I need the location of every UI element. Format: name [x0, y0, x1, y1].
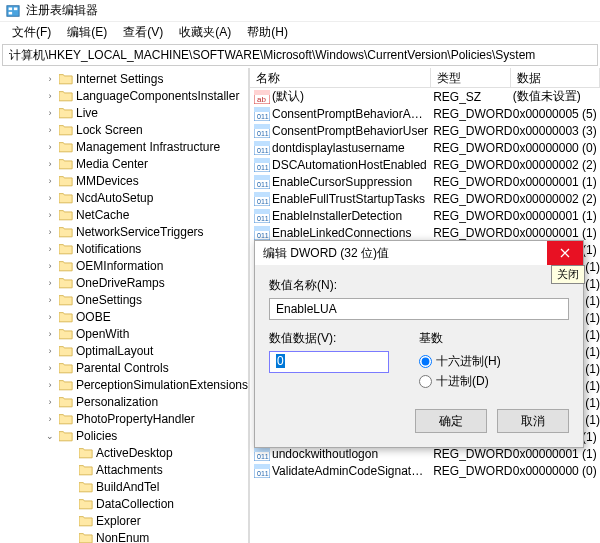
svg-text:011: 011	[257, 147, 269, 154]
value-data-field[interactable]: 0	[269, 351, 389, 373]
table-row[interactable]: 011ConsentPromptBehaviorAdminREG_DWORD0x…	[250, 105, 600, 122]
value-data-label: 数值数据(V):	[269, 330, 399, 347]
svg-text:011: 011	[257, 164, 269, 171]
radio-hex[interactable]: 十六进制(H)	[419, 351, 569, 371]
tree-item[interactable]: DataCollection	[0, 495, 248, 512]
svg-rect-3	[14, 7, 18, 10]
tree-item[interactable]: ›OOBE	[0, 308, 248, 325]
menu-view[interactable]: 查看(V)	[115, 22, 171, 42]
tree-item[interactable]: ›MMDevices	[0, 172, 248, 189]
tree-item[interactable]: ›OEMInformation	[0, 257, 248, 274]
svg-text:011: 011	[257, 232, 269, 239]
svg-rect-29	[254, 226, 270, 231]
tree-item[interactable]: ›Personalization	[0, 393, 248, 410]
edit-dword-dialog: 编辑 DWORD (32 位)值 关闭 数值名称(N): 数值数据(V): 0 …	[254, 240, 584, 448]
tree-item[interactable]: ›Parental Controls	[0, 359, 248, 376]
ok-button[interactable]: 确定	[415, 409, 487, 433]
svg-rect-20	[254, 175, 270, 180]
tree-item[interactable]: ›Lock Screen	[0, 121, 248, 138]
svg-rect-8	[254, 107, 270, 112]
table-row[interactable]: 011EnableFullTrustStartupTasksREG_DWORD0…	[250, 190, 600, 207]
svg-rect-2	[9, 11, 13, 14]
cancel-button[interactable]: 取消	[497, 409, 569, 433]
dialog-title: 编辑 DWORD (32 位)值	[263, 245, 389, 262]
table-row[interactable]: ab(默认)REG_SZ(数值未设置)	[250, 88, 600, 105]
table-row[interactable]: 011ConsentPromptBehaviorUserREG_DWORD0x0…	[250, 122, 600, 139]
table-row[interactable]: 011EnableCursorSuppressionREG_DWORD0x000…	[250, 173, 600, 190]
close-tooltip: 关闭	[551, 265, 585, 284]
menu-file[interactable]: 文件(F)	[4, 22, 59, 42]
regedit-icon	[6, 4, 20, 18]
tree-item[interactable]: ›OpenWith	[0, 325, 248, 342]
tree-item[interactable]: ›Live	[0, 104, 248, 121]
svg-text:011: 011	[257, 130, 269, 137]
tree-pane[interactable]: ›Internet Settings›LanguageComponentsIns…	[0, 68, 250, 543]
svg-rect-41	[254, 464, 270, 469]
value-name-label: 数值名称(N):	[269, 277, 569, 294]
tree-item[interactable]: ›PhotoPropertyHandler	[0, 410, 248, 427]
svg-text:011: 011	[257, 215, 269, 222]
tree-item[interactable]: ›Notifications	[0, 240, 248, 257]
value-name-field[interactable]	[269, 298, 569, 320]
close-icon	[560, 248, 570, 258]
tree-item[interactable]: ›NetworkServiceTriggers	[0, 223, 248, 240]
svg-text:011: 011	[257, 113, 269, 120]
svg-text:011: 011	[257, 453, 269, 460]
table-row[interactable]: 011EnableInstallerDetectionREG_DWORD0x00…	[250, 207, 600, 224]
radio-dec-input[interactable]	[419, 375, 432, 388]
tree-item[interactable]: ›LanguageComponentsInstaller	[0, 87, 248, 104]
svg-rect-1	[9, 7, 13, 10]
menu-edit[interactable]: 编辑(E)	[59, 22, 115, 42]
dialog-close-button[interactable]	[547, 241, 583, 265]
col-type[interactable]: 类型	[431, 68, 512, 87]
table-row[interactable]: 011dontdisplaylastusernameREG_DWORD0x000…	[250, 139, 600, 156]
titlebar: 注册表编辑器	[0, 0, 600, 22]
col-data[interactable]: 数据	[511, 68, 600, 87]
table-row[interactable]: 011EnableLinkedConnectionsREG_DWORD0x000…	[250, 224, 600, 241]
table-row[interactable]: 011ValidateAdminCodeSignaturesREG_DWORD0…	[250, 462, 600, 479]
table-row[interactable]: 011DSCAutomationHostEnabledREG_DWORD0x00…	[250, 156, 600, 173]
svg-rect-0	[7, 5, 19, 16]
dialog-titlebar: 编辑 DWORD (32 位)值 关闭	[255, 241, 583, 265]
tree-item[interactable]: ›OptimalLayout	[0, 342, 248, 359]
svg-rect-23	[254, 192, 270, 197]
tree-item[interactable]: ActiveDesktop	[0, 444, 248, 461]
menubar: 文件(F) 编辑(E) 查看(V) 收藏夹(A) 帮助(H)	[0, 22, 600, 42]
svg-text:011: 011	[257, 181, 269, 188]
tree-item[interactable]: ›PerceptionSimulationExtensions	[0, 376, 248, 393]
tree-item[interactable]: ›NetCache	[0, 206, 248, 223]
address-bar[interactable]: 计算机\HKEY_LOCAL_MACHINE\SOFTWARE\Microsof…	[2, 44, 598, 66]
tree-item[interactable]: ›OneDriveRamps	[0, 274, 248, 291]
col-name[interactable]: 名称	[250, 68, 431, 87]
base-label: 基数	[419, 330, 569, 347]
tree-item[interactable]: ›Management Infrastructure	[0, 138, 248, 155]
tree-item[interactable]: ›Internet Settings	[0, 70, 248, 87]
menu-help[interactable]: 帮助(H)	[239, 22, 296, 42]
svg-text:ab: ab	[257, 95, 266, 104]
svg-text:011: 011	[257, 198, 269, 205]
tree-item[interactable]: Attachments	[0, 461, 248, 478]
tree-item[interactable]: ›OneSettings	[0, 291, 248, 308]
tree-item[interactable]: BuildAndTel	[0, 478, 248, 495]
radio-hex-input[interactable]	[419, 355, 432, 368]
svg-rect-26	[254, 209, 270, 214]
radio-dec[interactable]: 十进制(D)	[419, 371, 569, 391]
tree-item[interactable]: NonEnum	[0, 529, 248, 543]
tree-item-policies[interactable]: ⌄Policies	[0, 427, 248, 444]
svg-rect-11	[254, 124, 270, 129]
window-title: 注册表编辑器	[26, 2, 98, 19]
list-header: 名称 类型 数据	[250, 68, 600, 88]
tree-item[interactable]: ›NcdAutoSetup	[0, 189, 248, 206]
menu-favorites[interactable]: 收藏夹(A)	[171, 22, 239, 42]
svg-rect-17	[254, 158, 270, 163]
svg-rect-14	[254, 141, 270, 146]
tree-item[interactable]: Explorer	[0, 512, 248, 529]
svg-text:011: 011	[257, 470, 269, 477]
tree-item[interactable]: ›Media Center	[0, 155, 248, 172]
